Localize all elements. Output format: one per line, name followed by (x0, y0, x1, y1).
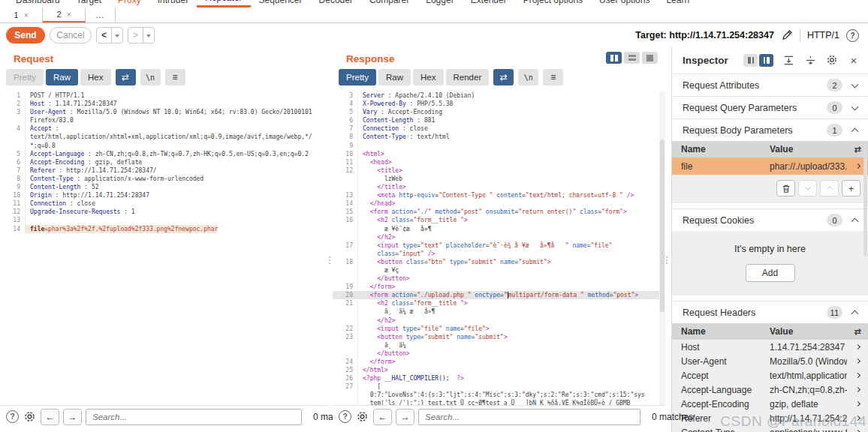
header-row-host[interactable]: Host1.14.71.254:28347 (672, 340, 868, 354)
section-request-query-parameters[interactable]: Request Query Parameters 0 (672, 96, 868, 118)
expand-all-icon[interactable] (782, 53, 795, 67)
code-line: </h2> (333, 316, 665, 325)
view-tab-pretty[interactable]: Pretty (339, 69, 376, 86)
editor-menu-icon[interactable]: ≡ (543, 69, 563, 86)
header-row-accept-encoding[interactable]: Accept-Encodinggzip, deflate (672, 397, 868, 411)
inspector-settings-icon[interactable] (825, 53, 839, 67)
inspector-close-icon[interactable]: × (847, 53, 860, 67)
layout-buttons (606, 52, 658, 64)
move-up-button[interactable] (820, 180, 839, 196)
tab-close-icon[interactable]: × (24, 11, 29, 20)
code-line: æ ¥è¯¢æ å»¶ (333, 225, 665, 233)
add-param-button[interactable]: + (842, 180, 860, 196)
menu-item-repeater[interactable]: Repeater (197, 0, 250, 8)
menu-item-dashboard[interactable]: Dashboard (8, 0, 68, 8)
chevron-up-icon (851, 128, 859, 136)
show-newlines-toggle-icon[interactable]: \n (518, 69, 538, 86)
search-help-icon[interactable]: ? (339, 410, 351, 423)
layout-rows-icon[interactable] (624, 52, 640, 64)
soft-wrap-toggle-icon[interactable]: ⇄ (493, 69, 514, 86)
code-line: 5Accept-Language : zh-CN,zh;q=0.8,zh-TW;… (0, 150, 328, 158)
request-search-input[interactable] (86, 409, 302, 425)
chevron-right-icon (854, 344, 860, 350)
menu-item-extender[interactable]: Extender (463, 0, 515, 8)
forward-dropdown-icon[interactable] (143, 28, 154, 43)
menu-item-proxy[interactable]: Proxy (110, 0, 149, 8)
help-icon[interactable]: ? (846, 29, 859, 42)
search-next-button[interactable]: → (63, 409, 82, 425)
header-row-accept[interactable]: Accepttext/html,application/... (672, 368, 868, 382)
view-tab-hex[interactable]: Hex (413, 69, 443, 86)
send-button[interactable]: Send (6, 27, 45, 44)
response-match-count: 0 matches (652, 412, 693, 422)
section-request-cookies[interactable]: Request Cookies 0 (672, 208, 868, 231)
request-editor[interactable]: 1POST / HTTP/1.12Host : 1.14.71.254:2834… (0, 92, 328, 405)
layout-columns-icon[interactable] (606, 52, 622, 64)
header-row-user-agent[interactable]: User-AgentMozilla/5.0 (Windows... (672, 354, 868, 368)
response-scrollbar[interactable] (659, 92, 665, 405)
header-row-accept-language[interactable]: Accept-Languagezh-CN,zh;q=0.8,zh-T... (672, 382, 868, 397)
search-prev-button[interactable]: ← (373, 409, 392, 425)
cancel-button[interactable]: Cancel (50, 27, 92, 44)
menu-item-project-options[interactable]: Project options (515, 0, 591, 8)
show-newlines-toggle-icon[interactable]: \n (140, 69, 161, 86)
section-request-body-parameters[interactable]: Request Body Parameters 1 (672, 118, 868, 141)
menu-item-decoder[interactable]: Decoder (311, 0, 361, 8)
menu-item-comparer[interactable]: Comparer (361, 0, 417, 8)
soft-wrap-toggle-icon[interactable]: ⇄ (116, 69, 136, 86)
view-tab-render[interactable]: Render (446, 69, 490, 86)
repeater-tab-1[interactable]: 1× (0, 8, 43, 22)
response-editor[interactable]: 3Server : Apache/2.4.10 (Debian)4X-Power… (333, 92, 665, 405)
search-help-icon[interactable]: ? (6, 410, 19, 423)
add-cookie-button[interactable]: Add (746, 264, 795, 282)
view-tab-pretty[interactable]: Pretty (6, 69, 44, 86)
delete-param-button[interactable] (776, 180, 795, 196)
menu-item-target[interactable]: Target (68, 0, 110, 8)
view-tab-raw[interactable]: Raw (378, 69, 411, 86)
view-tab-hex[interactable]: Hex (80, 69, 110, 86)
body-param-row-file[interactable]: filephar://./upload/333.p... (672, 158, 868, 175)
menu-item-intruder[interactable]: Intruder (149, 0, 197, 8)
view-tab-raw[interactable]: Raw (46, 69, 78, 86)
search-settings-icon[interactable] (355, 410, 369, 424)
empty-state-text: It's empty in here (672, 244, 868, 254)
move-down-button[interactable] (798, 180, 817, 196)
search-settings-icon[interactable] (23, 410, 37, 424)
pane-resize-handle[interactable] (664, 255, 669, 266)
menu-item-learn[interactable]: Learn (658, 0, 698, 8)
section-label: Request Cookies (683, 215, 754, 226)
search-next-button[interactable]: → (396, 409, 414, 425)
edit-target-icon[interactable] (781, 29, 793, 41)
history-forward-button[interactable]: > (128, 27, 155, 44)
back-dropdown-icon[interactable] (112, 28, 122, 43)
section-request-headers[interactable]: Request Headers 11 (672, 301, 868, 323)
back-icon[interactable]: < (97, 28, 112, 43)
layout-single-icon[interactable] (642, 52, 658, 64)
swap-columns-icon[interactable]: ⇄ (847, 327, 868, 337)
count-badge: 2 (827, 79, 842, 92)
main-menu-bar: DashboardTargetProxyIntruderRepeaterSequ… (0, 0, 868, 8)
menu-item-user-options[interactable]: User options (591, 0, 658, 8)
response-search-input[interactable] (418, 409, 640, 425)
section-gap (672, 203, 868, 208)
pane-resize-handle[interactable] (327, 255, 332, 266)
history-back-button[interactable]: < (96, 27, 123, 44)
scrollbar-thumb[interactable] (660, 140, 665, 312)
search-prev-button[interactable]: ← (41, 409, 59, 425)
dock-left-icon[interactable] (743, 54, 758, 67)
code-line: 13 <meta http-equiv="Content-Type " cont… (333, 191, 665, 200)
menu-item-sequencer[interactable]: Sequencer (251, 0, 311, 8)
tab-close-icon[interactable]: × (67, 10, 71, 19)
forward-icon[interactable]: > (128, 28, 143, 43)
code-line: *;q=0.8 (0, 142, 328, 150)
inspector-scrollbar[interactable] (863, 144, 867, 256)
collapse-all-icon[interactable] (803, 53, 817, 67)
more-tabs-button[interactable]: ... (86, 8, 116, 22)
editor-menu-icon[interactable]: ≡ (165, 69, 185, 86)
dock-right-icon[interactable] (759, 54, 773, 67)
repeater-tab-2[interactable]: 2× (43, 8, 86, 22)
count-badge: 0 (827, 101, 842, 114)
http-version-selector[interactable]: HTTP/1 (807, 30, 839, 40)
menu-item-logger[interactable]: Logger (417, 0, 462, 8)
section-request-attributes[interactable]: Request Attributes 2 (672, 74, 868, 96)
